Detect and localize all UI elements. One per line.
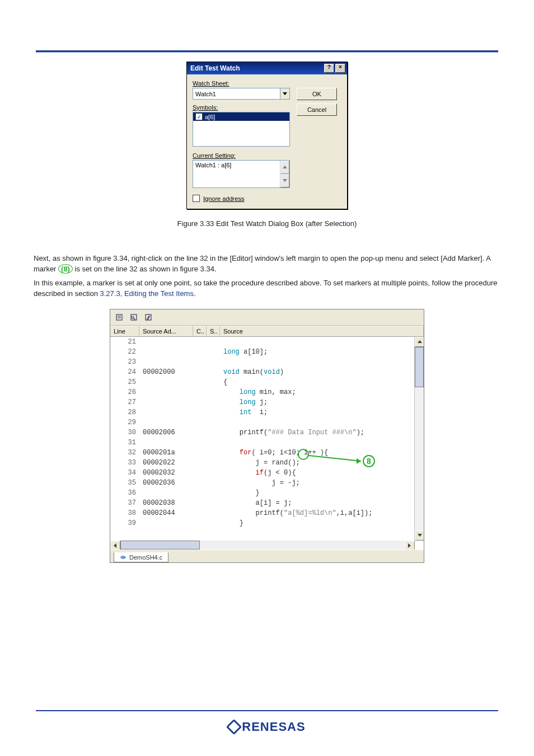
cell-source: long a[10]; xyxy=(220,347,424,357)
cell-s xyxy=(207,407,220,417)
table-row: 22long a[10]; xyxy=(110,347,424,357)
toolbar-icon-3[interactable] xyxy=(142,311,155,323)
dialog-title: Edit Test Watch xyxy=(190,64,323,72)
renesas-logo: RENESAS xyxy=(0,720,534,735)
vertical-scrollbar[interactable] xyxy=(414,337,424,541)
cell-addr: 0000201a xyxy=(139,448,193,458)
cell-line: 38 xyxy=(110,508,139,518)
file-tab[interactable]: DemoSH4.c xyxy=(114,552,168,562)
hscroll-thumb[interactable] xyxy=(120,541,200,550)
logo-text: RENESAS xyxy=(242,720,305,734)
cell-addr: 00002038 xyxy=(139,498,193,508)
table-row: 3400002032 if(j < 0){ xyxy=(110,468,424,478)
cell-addr: 00002022 xyxy=(139,458,193,468)
cell-s xyxy=(207,367,220,377)
current-setting-box[interactable]: Watch1 : a[6] xyxy=(193,160,290,188)
cell-s xyxy=(207,377,220,387)
symbols-item-label: a[6] xyxy=(205,114,215,120)
watch-sheet-combo[interactable] xyxy=(193,88,290,100)
svg-marker-1 xyxy=(283,166,287,168)
para-1a: Next, as shown in figure 3.34, right-cli… xyxy=(34,254,484,262)
ignore-address-checkbox[interactable]: Ignore address xyxy=(193,195,290,202)
svg-point-7 xyxy=(132,316,134,318)
spin-down-icon[interactable] xyxy=(280,174,289,187)
cell-c xyxy=(193,417,207,428)
table-row: 3800002044 printf("a[%d]=%ld\n",i,a[i]); xyxy=(110,508,424,518)
ok-button[interactable]: OK xyxy=(297,88,337,100)
table-row: 3500002036 j = -j; xyxy=(110,478,424,488)
help-icon[interactable]: ? xyxy=(324,64,334,73)
cell-addr xyxy=(139,347,193,357)
scroll-up-icon[interactable] xyxy=(415,337,424,347)
cell-source: printf("a[%d]=%ld\n",i,a[i]); xyxy=(220,508,424,518)
watch-sheet-input[interactable] xyxy=(193,88,280,99)
header-rule xyxy=(36,50,498,52)
cell-c xyxy=(193,468,207,478)
editor-window: Line Source Ad... C.. S.. Source 2122lon… xyxy=(110,309,424,563)
cell-c xyxy=(193,458,207,468)
cell-s xyxy=(207,428,220,438)
editor-rows: 2122long a[10];232400002000void main(voi… xyxy=(110,337,424,528)
svg-rect-3 xyxy=(116,314,122,320)
para-1d: is set on the line 32 as shown in figure… xyxy=(75,265,217,273)
table-row: 31 xyxy=(110,438,424,448)
symbols-label: Symbols: xyxy=(193,104,290,111)
table-row: 28 int i; xyxy=(110,407,424,417)
svg-marker-18 xyxy=(418,534,422,537)
table-row: 3300002022 j = rand(); xyxy=(110,458,424,468)
cell-s xyxy=(207,498,220,508)
dialog-titlebar[interactable]: Edit Test Watch ? × xyxy=(187,62,347,74)
table-row: 3700002038 a[i] = j; xyxy=(110,498,424,508)
cell-s xyxy=(207,468,220,478)
cell-c xyxy=(193,508,207,518)
svg-point-21 xyxy=(120,556,126,559)
ignore-address-label: Ignore address xyxy=(203,195,244,202)
cell-line: 31 xyxy=(110,438,139,448)
cell-line: 32 xyxy=(110,448,139,458)
cell-addr xyxy=(139,387,193,397)
cell-line: 29 xyxy=(110,417,139,428)
cell-addr xyxy=(139,488,193,498)
table-row: 26 long min, max; xyxy=(110,387,424,397)
cell-line: 28 xyxy=(110,407,139,417)
scroll-left-icon[interactable] xyxy=(110,541,120,550)
scroll-right-icon[interactable] xyxy=(405,541,415,550)
chevron-down-icon[interactable] xyxy=(280,88,289,99)
scroll-down-icon[interactable] xyxy=(415,530,424,541)
table-row: 320000201a for( i=0; i<10; i++ ){ xyxy=(110,448,424,458)
toolbar-icon-2[interactable] xyxy=(127,311,140,323)
cell-c xyxy=(193,377,207,387)
cell-source: long min, max; xyxy=(220,387,424,397)
table-row: 29 xyxy=(110,417,424,428)
cell-s xyxy=(207,488,220,498)
logo-mark-icon xyxy=(226,719,242,735)
cell-c xyxy=(193,367,207,377)
toolbar-icon-1[interactable] xyxy=(113,311,126,323)
cell-addr: 00002000 xyxy=(139,367,193,377)
symbols-listbox[interactable]: ✓ a[6] xyxy=(193,112,290,147)
editor-column-headers: Line Source Ad... C.. S.. Source xyxy=(110,326,424,337)
close-icon[interactable]: × xyxy=(335,64,345,73)
cell-source xyxy=(220,337,424,347)
table-row: 25{ xyxy=(110,377,424,387)
cell-addr xyxy=(139,377,193,387)
symbols-selected-item[interactable]: ✓ a[6] xyxy=(193,112,289,121)
cell-c xyxy=(193,488,207,498)
editor-toolbar xyxy=(110,309,424,326)
cell-c xyxy=(193,387,207,397)
cell-line: 25 xyxy=(110,377,139,387)
col-addr: Source Ad... xyxy=(139,326,193,336)
cell-addr xyxy=(139,337,193,347)
cell-s xyxy=(207,448,220,458)
cell-line: 27 xyxy=(110,397,139,407)
horizontal-scrollbar[interactable] xyxy=(110,541,415,550)
table-row: 36 } xyxy=(110,488,424,498)
cell-s xyxy=(207,518,220,528)
edit-test-watch-dialog: Edit Test Watch ? × Watch Sheet: Symbols… xyxy=(186,62,348,209)
cancel-button[interactable]: Cancel xyxy=(297,104,337,116)
scroll-thumb[interactable] xyxy=(415,347,424,387)
cell-addr xyxy=(139,417,193,428)
svg-marker-0 xyxy=(283,92,287,95)
cell-line: 30 xyxy=(110,428,139,438)
spin-up-icon[interactable] xyxy=(280,161,289,174)
